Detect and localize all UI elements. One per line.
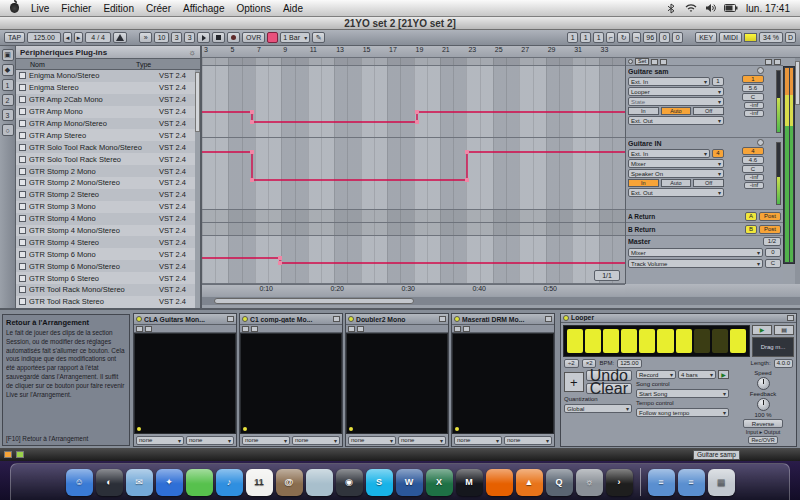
dock-icon[interactable]: ◉ — [336, 469, 363, 496]
monitor-off-button[interactable]: Off — [693, 179, 724, 187]
dock-icon[interactable]: › — [606, 469, 633, 496]
device-edit-button[interactable] — [227, 316, 234, 322]
return-track-a[interactable]: A Return A Post — [626, 210, 783, 223]
plugin-device[interactable]: Maserati DRM Mo... none none — [451, 313, 555, 447]
device-save-icon[interactable] — [463, 326, 470, 332]
plugin-list-item[interactable]: GTR Amp StereoVST 2.4 — [16, 129, 200, 141]
dock-icon[interactable]: S — [366, 469, 393, 496]
device-save-icon[interactable] — [251, 326, 258, 332]
dock-icon[interactable]: Q — [546, 469, 573, 496]
draw-mode-button[interactable]: ✎ — [312, 32, 325, 43]
input-channel-chooser[interactable]: 4 — [712, 149, 724, 158]
device-edit-button[interactable] — [439, 316, 446, 322]
loop-length-beats[interactable]: 0 — [659, 32, 670, 43]
nudge-up-button[interactable]: ▸ — [74, 32, 83, 43]
export-icon[interactable]: ▤ — [774, 325, 794, 335]
plugin-list-item[interactable]: GTR Stomp 6 MonoVST 2.4 — [16, 248, 200, 260]
input-type-chooser[interactable]: Ext. In — [628, 149, 710, 158]
quantization-menu[interactable]: 1 Bar — [280, 32, 310, 43]
tempo-control-chooser[interactable]: Follow song tempo — [636, 408, 729, 417]
plugin-device[interactable]: Doubler2 Mono none none — [345, 313, 449, 447]
device-edit-button[interactable] — [545, 316, 552, 322]
column-header-type[interactable]: Type — [136, 61, 151, 68]
plugin-panel[interactable] — [452, 333, 554, 434]
plugin-list-item[interactable]: GTR Tool Rack StereoVST 2.4 — [16, 296, 200, 308]
io-section-toggle[interactable] — [765, 59, 772, 65]
track-name[interactable]: Guitare sam — [628, 67, 724, 76]
vertical-scrollbar[interactable] — [795, 58, 800, 284]
master-pan-field[interactable]: C — [765, 259, 781, 268]
dock-icon[interactable]: ≡ — [648, 469, 675, 496]
dock-icon[interactable]: ✉ — [126, 469, 153, 496]
plugin-list-item[interactable]: GTR Tool Rack Mono/StereoVST 2.4 — [16, 284, 200, 296]
plugin-device[interactable]: CLA Guitars Mon... none none — [133, 313, 237, 447]
looper-device[interactable]: Looper ▶ ▤ Drag m... ÷2 ×2 BPM: — [560, 313, 797, 447]
record-dot[interactable] — [628, 59, 633, 64]
play-button[interactable] — [197, 32, 210, 43]
send-a-field[interactable]: -inf — [744, 102, 764, 109]
scroll-thumb[interactable] — [795, 61, 800, 105]
plugin-list-item[interactable]: GTR Amp Mono/StereoVST 2.4 — [16, 118, 200, 130]
nudge-down-button[interactable]: ◂ — [63, 32, 72, 43]
dock-icon[interactable]: ♪ — [216, 469, 243, 496]
param-a-chooser[interactable]: none — [454, 436, 502, 445]
send-mode-toggle[interactable]: Post — [759, 225, 781, 234]
plugin-list-item[interactable]: GTR Amp MonoVST 2.4 — [16, 106, 200, 118]
automation-control-chooser[interactable]: Speaker On — [628, 169, 724, 178]
menu-clock[interactable]: lun. 17:41 — [746, 3, 790, 14]
sidebar-icon[interactable]: ◆ — [2, 64, 14, 76]
menu-item[interactable]: Fichier — [61, 3, 91, 14]
param-a-chooser[interactable]: none — [242, 436, 290, 445]
device-preset-icon[interactable] — [454, 326, 461, 332]
song-control-chooser[interactable]: Start Song — [636, 389, 729, 398]
arm-button[interactable] — [757, 139, 764, 146]
horizontal-scrollbar[interactable] — [202, 297, 800, 305]
device-save-icon[interactable] — [145, 326, 152, 332]
loop-toggle[interactable]: ↻ — [617, 32, 630, 43]
plugin-list-item[interactable]: Enigma StereoVST 2.4 — [16, 82, 200, 94]
menu-item[interactable]: Créer — [146, 3, 171, 14]
monitor-auto-button[interactable]: Auto — [661, 179, 692, 187]
monitor-auto-button[interactable]: Auto — [661, 107, 692, 115]
automation-device-chooser[interactable]: Looper — [628, 87, 724, 96]
column-header-name[interactable]: Nom — [16, 61, 136, 68]
device-activator-led[interactable] — [242, 316, 248, 322]
monitor-in-button[interactable]: In — [628, 179, 659, 187]
input-channel-chooser[interactable]: 1 — [712, 77, 724, 86]
menu-item[interactable]: Options — [236, 3, 270, 14]
dock-icon[interactable]: X — [426, 469, 453, 496]
midi-map-button[interactable]: MIDI — [719, 32, 742, 43]
volume-field[interactable]: 4.6 — [742, 156, 764, 164]
speed-knob[interactable] — [757, 377, 770, 390]
param-a-chooser[interactable]: none — [136, 436, 184, 445]
automation-control-chooser[interactable]: Track Volume — [628, 259, 763, 268]
quantization-chooser[interactable]: Global — [564, 404, 632, 413]
multipurpose-button[interactable]: + — [564, 372, 584, 392]
plugin-list-item[interactable]: GTR Stomp 4 Mono/StereoVST 2.4 — [16, 225, 200, 237]
plugin-list-item[interactable]: GTR Solo Tool Rack Mono/StereoVST 2.4 — [16, 141, 200, 153]
dock-icon[interactable]: M — [456, 469, 483, 496]
punch-out-button[interactable]: ¬ — [632, 32, 641, 43]
cue-out-chooser[interactable]: 1/2 — [763, 237, 781, 246]
feedback-knob[interactable] — [757, 398, 770, 411]
loop-start-bars[interactable]: 1 — [567, 32, 578, 43]
plugin-device[interactable]: C1 comp-gate Mo... none none — [239, 313, 343, 447]
tap-tempo-button[interactable]: TAP — [4, 32, 25, 43]
sidebar-icon[interactable]: 1 — [2, 79, 14, 91]
send-b-field[interactable]: -inf — [744, 110, 764, 117]
output-type-chooser[interactable]: Ext. Out — [628, 116, 724, 125]
param-b-chooser[interactable]: none — [398, 436, 446, 445]
dock-icon[interactable]: 11 — [246, 469, 273, 496]
device-edit-button[interactable] — [787, 315, 794, 321]
drag-me-area[interactable]: Drag m... — [752, 337, 794, 357]
plugin-list-item[interactable]: GTR Stomp 4 StereoVST 2.4 — [16, 236, 200, 248]
param-a-chooser[interactable]: none — [348, 436, 396, 445]
back-to-arrangement-button[interactable] — [267, 32, 278, 43]
track-name[interactable]: A Return — [628, 213, 743, 220]
volume-field[interactable]: 5.6 — [742, 84, 764, 92]
clear-button[interactable]: Clear — [586, 383, 632, 394]
plugin-list-item[interactable]: GTR Stomp 2 Mono/StereoVST 2.4 — [16, 177, 200, 189]
track-header-guitare-in[interactable]: Guitare IN Ext. In 4 Mixer Speaker On In… — [626, 138, 783, 210]
dock-icon[interactable]: ≡ — [678, 469, 705, 496]
dock-icon[interactable]: ▦ — [708, 469, 735, 496]
